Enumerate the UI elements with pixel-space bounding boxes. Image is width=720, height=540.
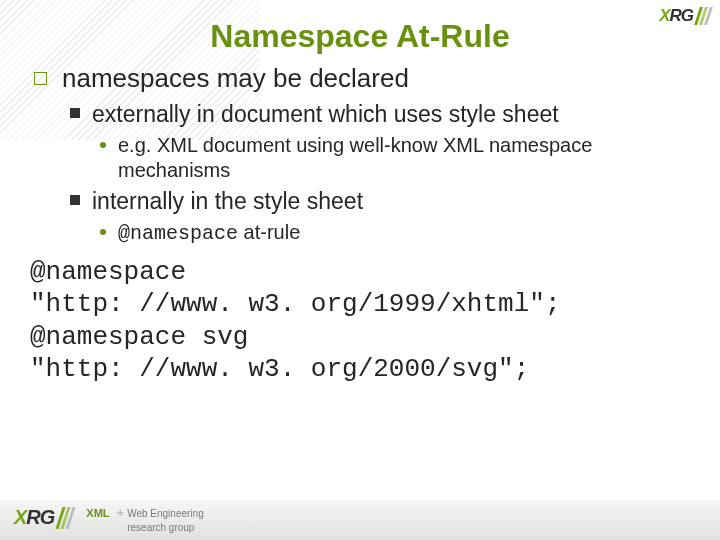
footer-line2: research group bbox=[127, 522, 194, 533]
bullet-l2b-text: internally in the style sheet bbox=[92, 188, 363, 214]
code-block: @namespace "http: //www. w3. org/1999/xh… bbox=[26, 248, 694, 386]
footer-subtext: XML+Web Engineering XML+research group bbox=[86, 506, 203, 535]
plus-icon: + bbox=[117, 505, 125, 520]
bullet-l3-atrule: @namespace at-rule bbox=[92, 220, 694, 246]
bullet-l3-example: e.g. XML document using well-know XML na… bbox=[92, 133, 694, 183]
bullet-l3a-text: e.g. XML document using well-know XML na… bbox=[118, 134, 592, 181]
footer-xml: XML bbox=[86, 507, 109, 519]
bullet-l2a-text: externally in document which uses style … bbox=[92, 101, 559, 127]
slide-title: Namespace At-Rule bbox=[0, 0, 720, 55]
bullet-l2-internally: internally in the style sheet @namespace… bbox=[62, 187, 694, 246]
logo-bl-rg: RG bbox=[26, 506, 54, 528]
bullet-l3b-tail: at-rule bbox=[238, 221, 300, 243]
footer-line1: Web Engineering bbox=[127, 508, 204, 519]
logo-bl-x: X bbox=[14, 506, 26, 528]
bullet-l3b-code: @namespace bbox=[118, 222, 238, 245]
logo-bl-stripes-icon bbox=[57, 507, 72, 534]
bullet-l1: namespaces may be declared externally in… bbox=[26, 63, 694, 246]
logo-bottom-left: XRG bbox=[14, 506, 72, 534]
slide-content: namespaces may be declared externally in… bbox=[0, 63, 720, 386]
footer-bar: XRG XML+Web Engineering XML+research gro… bbox=[0, 500, 720, 540]
bullet-l2-externally: externally in document which uses style … bbox=[62, 100, 694, 183]
bullet-l1-text: namespaces may be declared bbox=[62, 63, 409, 93]
